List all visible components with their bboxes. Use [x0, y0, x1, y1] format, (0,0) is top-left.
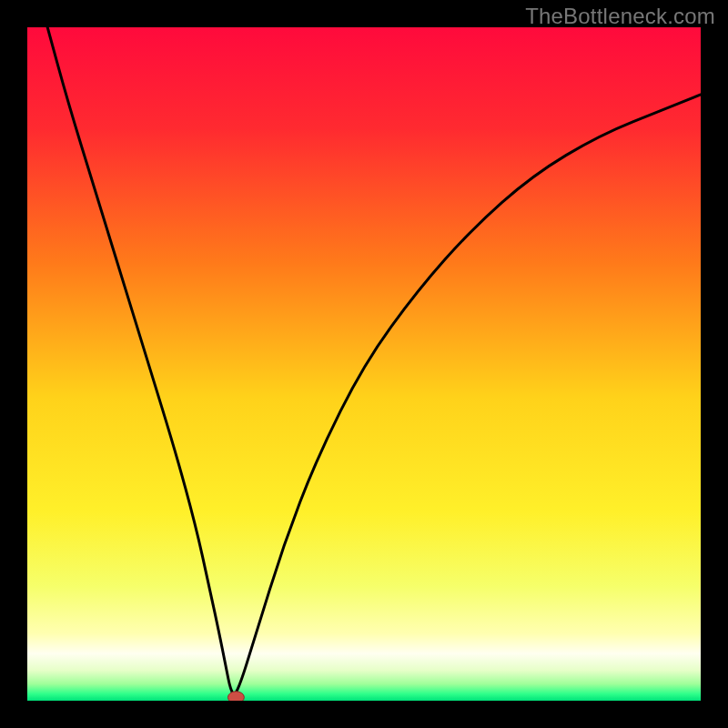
plot-area: [27, 27, 701, 701]
optimal-point-marker: [228, 692, 244, 701]
bottleneck-chart: [27, 27, 701, 701]
gradient-background: [27, 27, 701, 701]
watermark-text: TheBottleneck.com: [525, 4, 715, 29]
chart-frame: TheBottleneck.com: [0, 0, 728, 728]
